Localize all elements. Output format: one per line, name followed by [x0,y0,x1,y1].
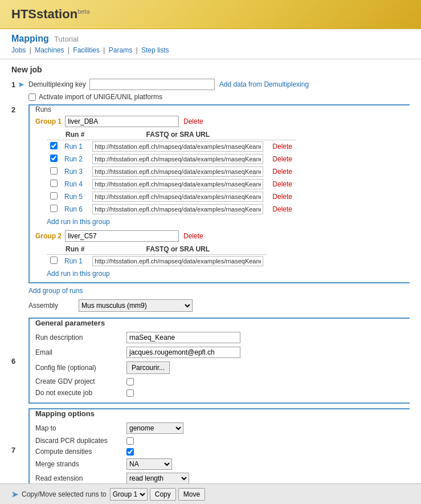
group-2-name-input[interactable] [65,230,179,242]
run-url-g1-5[interactable] [92,204,263,214]
activate-import-row: Activate import of UNIGE/UNIL platforms [28,93,410,101]
param-email-label: Email [35,348,126,356]
read-extension-select[interactable]: read length 50 100 200 [126,473,189,484]
nav-jobs[interactable]: Jobs [11,46,26,54]
nav-params[interactable]: Params [109,46,132,54]
discard-pcr-checkbox[interactable] [126,437,134,445]
map-to-select[interactable]: genome transcriptome [126,422,183,434]
run-delete-g1-4[interactable]: Delete [272,193,292,201]
runs-label: Runs [35,105,51,113]
assembly-select[interactable]: Mus musculus (mm9) Homo sapiens (hg19) R… [79,299,193,312]
copy-button[interactable]: Copy [150,488,176,501]
run-url-g1-0[interactable] [92,141,263,152]
nav-links: Jobs | Machines | Facilities | Params | … [11,44,410,56]
param-create-gdv-checkbox[interactable] [126,378,134,385]
run-url-g1-3[interactable] [92,179,263,189]
run-checkbox-g1-4[interactable] [50,192,58,200]
page-subtitle: Tutorial [54,35,79,43]
run-url-g1-4[interactable] [92,192,263,202]
run-label-g1-1[interactable]: Run 2 [64,155,83,163]
col-checkbox [47,129,61,140]
demux-row: Demultiplexing key Add data from Demulti… [28,79,410,90]
run-delete-g1-0[interactable]: Delete [272,143,292,151]
run-label-g1-5[interactable]: Run 6 [64,205,83,213]
mapping-map-to: Map to genome transcriptome [35,422,410,434]
merge-strands-select[interactable]: NA yes no [126,458,172,470]
run-label-g1-3[interactable]: Run 4 [64,180,83,188]
activate-import-label: Activate import of UNIGE/UNIL platforms [39,93,162,101]
activate-import-checkbox[interactable] [28,94,36,101]
run-delete-g1-3[interactable]: Delete [272,180,292,188]
param-no-execute: Do not execute job [35,389,410,397]
param-config-label: Config file (optional) [35,364,126,372]
nav-machines[interactable]: Machines [35,46,64,54]
group-2-delete-btn[interactable]: Delete [183,232,203,240]
table-row: Run 1 [47,255,267,268]
group-2-add-run-link[interactable]: Add run in this group [47,270,410,278]
run-checkbox-g2-0[interactable] [50,257,58,264]
add-group-link[interactable]: Add group of runs [28,287,410,295]
param-create-gdv: Create GDV project [35,377,410,385]
group-1-delete-btn[interactable]: Delete [183,117,203,125]
run-checkbox-g1-0[interactable] [50,142,58,149]
mapping-options-bracket: Mapping options Map to genome transcript… [28,408,410,491]
run-label-g1-4[interactable]: Run 5 [64,193,83,201]
param-no-execute-checkbox[interactable] [126,389,134,397]
app-container: HTSstationbeta Mapping Tutorial Jobs | M… [0,0,421,504]
run-checkbox-g1-3[interactable] [50,180,58,187]
param-create-gdv-label: Create GDV project [35,377,126,385]
nav-step-lists[interactable]: Step lists [141,46,169,54]
bottom-group-select[interactable]: Group 1 Group 2 [110,488,148,501]
run-label-g1-0[interactable]: Run 1 [64,143,83,151]
run-checkbox-g1-2[interactable] [50,167,58,174]
nav-facilities[interactable]: Facilities [73,46,100,54]
run-delete-g1-2[interactable]: Delete [272,168,292,176]
group-2-header: Group 2 Delete [35,230,410,242]
col-run-num: Run # [61,129,89,140]
read-extension-label: Read extension [35,474,126,482]
table-row: Run 6 Delete [47,203,296,216]
run-delete-g1-5[interactable]: Delete [272,205,292,213]
main-content: New job 1 ➤ Demultiplexing key Add data … [0,59,421,504]
map-to-label: Map to [35,424,126,432]
run-label-g1-2[interactable]: Run 3 [64,168,83,176]
demux-input[interactable] [89,79,215,90]
table-row: Run 3 Delete [47,165,296,178]
group-1-runs-table: Run # FASTQ or SRA URL Run 1 Delete Run … [47,129,296,216]
table-row: Run 2 Delete [47,153,296,165]
compute-densities-checkbox[interactable] [126,448,134,456]
annotation-2: 2 [11,105,15,114]
discard-pcr-label: Discard PCR duplicates [35,437,126,445]
general-params-section: General parameters Run description Email… [35,319,410,397]
bottom-bar: ➤ Copy/Move selected runs to Group 1 Gro… [0,483,421,504]
run-label-g2-0[interactable]: Run 1 [64,257,83,265]
nav-section: Mapping Tutorial Jobs | Machines | Facil… [0,29,421,59]
assembly-row: Assembly Mus musculus (mm9) Homo sapiens… [28,299,410,312]
table-row: Run 1 Delete [47,140,296,153]
run-url-g1-2[interactable] [92,166,263,177]
mapping-options-section: Mapping options Map to genome transcript… [35,409,410,484]
run-delete-g1-1[interactable]: Delete [272,155,292,163]
compute-densities-label: Compute densities [35,448,126,456]
param-run-desc-input[interactable] [126,332,240,343]
run-url-g2-0[interactable] [92,256,263,266]
assembly-label: Assembly [28,302,74,310]
merge-strands-label: Merge strands [35,460,126,468]
group-2-section: Group 2 Delete Run # FASTQ or SRA URL [35,230,410,278]
run-url-g1-1[interactable] [92,154,263,164]
mapping-merge-strands: Merge strands NA yes no [35,458,410,470]
group-1-name-input[interactable] [65,116,179,127]
run-checkbox-g1-1[interactable] [50,155,58,162]
mapping-compute-densities: Compute densities [35,448,410,456]
table-row: Run 5 Delete [47,190,296,203]
run-checkbox-g1-5[interactable] [50,205,58,212]
config-browse-btn[interactable]: Parcourir... [126,361,170,374]
bottom-arrow-icon: ➤ [11,490,18,499]
move-button[interactable]: Move [178,488,205,501]
general-params-title: General parameters [35,319,410,327]
group-1-add-run-link[interactable]: Add run in this group [47,218,410,226]
param-email-input[interactable] [126,347,240,358]
bottom-bar-label: Copy/Move selected runs to [22,490,107,498]
col-run-num: Run # [61,244,89,255]
demux-add-link[interactable]: Add data from Demultiplexing [219,80,309,88]
